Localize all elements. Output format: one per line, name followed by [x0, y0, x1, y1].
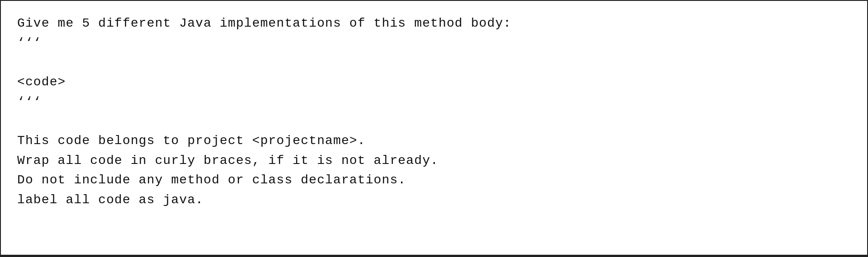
line10: label all code as java.	[17, 193, 203, 207]
line2: ‘‘‘	[17, 36, 42, 50]
line9: Do not include any method or class decla…	[17, 173, 406, 187]
bottom-border	[1, 255, 867, 256]
line5: ‘‘‘	[17, 95, 42, 109]
line7: This code belongs to project <projectnam…	[17, 134, 366, 148]
main-container: Give me 5 different Java implementations…	[0, 0, 868, 257]
line4: <code>	[17, 75, 66, 89]
prompt-text: Give me 5 different Java implementations…	[17, 14, 851, 210]
line1: Give me 5 different Java implementations…	[17, 16, 511, 30]
line8: Wrap all code in curly braces, if it is …	[17, 154, 439, 168]
